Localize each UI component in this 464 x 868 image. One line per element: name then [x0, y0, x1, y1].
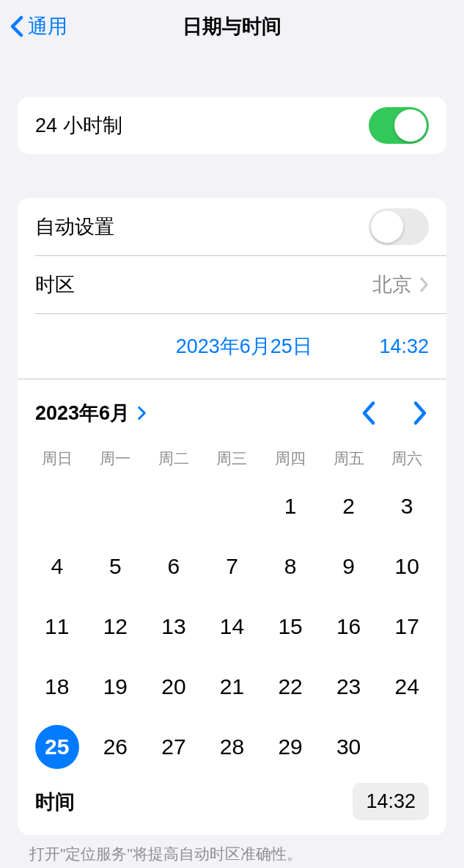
- calendar-day[interactable]: 2: [320, 488, 378, 525]
- calendar-day[interactable]: 11: [28, 608, 86, 645]
- back-button[interactable]: 通用: [10, 13, 67, 40]
- timezone-row[interactable]: 时区 北京: [18, 256, 446, 313]
- calendar-day[interactable]: 21: [203, 668, 262, 705]
- calendar-blank: [203, 488, 262, 525]
- twenty-four-hour-label: 24 小时制: [35, 112, 369, 139]
- calendar-day[interactable]: 28: [203, 729, 262, 765]
- calendar-day[interactable]: 8: [261, 548, 320, 585]
- weekday-header: 周五: [320, 444, 378, 473]
- weekday-header: 周一: [86, 444, 145, 473]
- calendar-blank: [86, 488, 145, 525]
- calendar-day[interactable]: 9: [320, 548, 378, 585]
- calendar-day[interactable]: 7: [203, 548, 262, 585]
- calendar-day[interactable]: 5: [86, 548, 145, 585]
- calendar-day[interactable]: 12: [86, 608, 145, 645]
- month-label: 2023年6月: [35, 400, 130, 426]
- chevron-right-icon: [411, 400, 429, 426]
- chevron-right-icon: [137, 406, 147, 420]
- auto-set-label: 自动设置: [35, 214, 369, 240]
- chevron-left-icon: [10, 15, 23, 37]
- calendar-day[interactable]: 16: [320, 608, 378, 645]
- chevron-left-icon: [360, 400, 378, 426]
- calendar-day[interactable]: 13: [144, 608, 203, 645]
- weekday-header: 周日: [28, 444, 86, 473]
- calendar-day[interactable]: 26: [86, 729, 145, 765]
- selected-time-display[interactable]: 14:32: [379, 335, 429, 358]
- calendar-day[interactable]: 30: [320, 729, 378, 765]
- calendar-day[interactable]: 14: [203, 608, 262, 645]
- calendar-day[interactable]: 29: [261, 729, 320, 765]
- selected-date-display[interactable]: 2023年6月25日: [176, 333, 312, 360]
- calendar-day[interactable]: 22: [261, 668, 320, 705]
- weekday-header: 周三: [203, 444, 262, 473]
- auto-set-toggle[interactable]: [369, 208, 429, 245]
- page-title: 日期与时间: [183, 13, 281, 40]
- calendar-day[interactable]: 4: [28, 548, 86, 585]
- next-month-button[interactable]: [411, 400, 429, 426]
- weekday-header: 周四: [261, 444, 320, 473]
- calendar-day[interactable]: 10: [378, 548, 436, 585]
- calendar-blank: [28, 488, 86, 525]
- weekday-header: 周二: [144, 444, 203, 473]
- weekday-header: 周六: [378, 444, 436, 473]
- calendar-blank: [144, 488, 203, 525]
- calendar-day[interactable]: 17: [378, 608, 436, 645]
- calendar-day[interactable]: 25: [28, 729, 86, 765]
- chevron-right-icon: [419, 277, 429, 293]
- footer-note: 打开"定位服务"将提高自动时区准确性。: [29, 844, 435, 864]
- calendar-day[interactable]: 27: [144, 729, 203, 765]
- time-label: 时间: [35, 789, 75, 815]
- timezone-label: 时区: [35, 271, 372, 298]
- prev-month-button[interactable]: [360, 400, 378, 426]
- calendar-day[interactable]: 3: [378, 488, 436, 525]
- calendar-day[interactable]: 24: [378, 668, 436, 705]
- month-picker-button[interactable]: 2023年6月: [35, 400, 147, 426]
- calendar-day[interactable]: 18: [28, 668, 86, 705]
- time-picker-button[interactable]: 14:32: [353, 783, 429, 820]
- timezone-value: 北京: [372, 271, 412, 298]
- calendar-day[interactable]: 6: [144, 548, 203, 585]
- calendar-day[interactable]: 15: [261, 608, 320, 645]
- back-label: 通用: [28, 13, 67, 40]
- twenty-four-hour-toggle[interactable]: [369, 107, 429, 144]
- calendar-day[interactable]: 19: [86, 668, 145, 705]
- calendar-day[interactable]: 1: [261, 488, 320, 525]
- calendar-day[interactable]: 23: [320, 668, 378, 705]
- calendar-day[interactable]: 20: [144, 668, 203, 705]
